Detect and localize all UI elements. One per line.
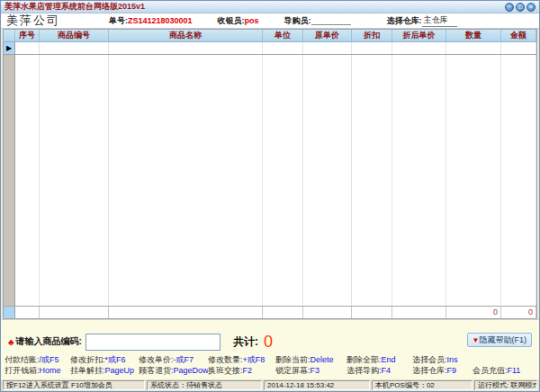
shortcut-hold-order[interactable]: 挂单解挂:PageUp (70, 365, 139, 376)
app-window: 美萍水果店管理系统前台网络版2015v1 − □ × 美萍公司 单号: ZS14… (0, 0, 540, 392)
close-icon[interactable]: × (526, 3, 536, 12)
shortcut-member-recharge[interactable]: 会员充值:F11 (472, 365, 540, 376)
barcode-prompt: 请输入商品编码: (16, 335, 82, 348)
header-selector-spacer (4, 30, 15, 41)
status-settings-hint: 按F12进入系统设置 F10增加会员 (3, 380, 145, 390)
grand-total-label: 共计: (233, 334, 258, 350)
column-header-discount: 折扣 (352, 30, 392, 41)
company-name: 美萍公司 (6, 13, 60, 29)
shortcut-empty-slot (472, 354, 540, 365)
shortcut-edit-discount[interactable]: 修改折扣:*或F6 (70, 354, 139, 365)
row-selector-gutter (4, 55, 15, 306)
hide-help-button[interactable]: ▼隐藏帮助(F1) (467, 333, 532, 347)
column-header-unit: 单位 (263, 30, 303, 41)
grid-totals-row: 0 0 (4, 306, 536, 318)
shortcut-select-warehouse[interactable]: 选择仓库:F9 (412, 365, 472, 376)
guide-value-field[interactable] (311, 16, 351, 25)
status-run-mode: 运行模式: 联网模式 (474, 380, 537, 390)
guide-label: 导购员: (284, 15, 311, 27)
column-header-discounted-price: 折后单价 (392, 30, 446, 41)
status-system-state: 系统状态：待销售状态 (147, 380, 262, 390)
row-indicator-icon: ▶ (4, 42, 15, 54)
cashier-label: 收银员: (218, 15, 245, 27)
entry-row: ♣ 请输入商品编码: 共计: 0 (1, 331, 539, 352)
shortcut-edit-quantity[interactable]: 修改数量:+或F8 (208, 354, 275, 365)
warehouse-label: 选择仓库: (387, 15, 422, 27)
column-header-quantity: 数量 (446, 30, 501, 41)
table-row[interactable]: ▶ (4, 42, 536, 55)
warehouse-value[interactable]: 主仓库 (422, 14, 457, 27)
product-code-input[interactable] (86, 334, 220, 351)
totals-quantity: 0 (446, 307, 501, 318)
totals-selector-cell (4, 307, 15, 318)
minimize-icon[interactable]: − (505, 3, 514, 12)
triangle-down-icon: ▼ (472, 336, 480, 344)
grid-header-row: 序号 商品编号 商品名称 单位 原单价 折扣 折后单价 数量 金额 (4, 30, 536, 42)
shortcut-customer-return[interactable]: 顾客退货:PageDown (139, 365, 208, 376)
shortcut-open-drawer[interactable]: 打开钱箱:Home (4, 365, 70, 376)
status-bar: 按F12进入系统设置 F10增加会员 系统状态：待销售状态 2014-12-18… (1, 379, 539, 391)
info-bar: 美萍公司 单号: ZS141218030001 收银员: pos 导购员: 选择… (1, 13, 539, 29)
status-datetime: 2014-12-18 15:53:42 (264, 380, 370, 390)
order-number-value: ZS141218030001 (128, 16, 193, 25)
column-header-product-code: 商品编号 (40, 30, 109, 41)
grid-empty-area (4, 55, 536, 306)
window-title: 美萍水果店管理系统前台网络版2015v1 (4, 1, 145, 13)
window-controls: − □ × (505, 3, 536, 12)
shortcut-edit-price[interactable]: 修改单价:-或F7 (139, 354, 208, 365)
entry-panel: ♣ 请输入商品编码: 共计: 0 ▼隐藏帮助(F1) 付款结账:/或F5 修改折… (1, 319, 539, 379)
shortcut-select-member[interactable]: 选择会员:Ins (412, 354, 472, 365)
column-header-product-name: 商品名称 (109, 30, 263, 41)
hide-help-label: 隐藏帮助(F1) (480, 335, 527, 344)
shortcut-pay[interactable]: 付款结账:/或F5 (4, 354, 70, 365)
shortcut-row-2: 打开钱箱:Home 挂单解挂:PageUp 顾客退货:PageDown 换班交接… (4, 365, 539, 376)
shortcut-delete-current[interactable]: 删除当前:Delete (275, 354, 346, 365)
totals-amount: 0 (501, 307, 536, 318)
shortcut-lock-screen[interactable]: 锁定屏幕:F3 (275, 365, 346, 376)
column-header-amount: 金额 (501, 30, 536, 41)
column-header-original-price: 原单价 (303, 30, 352, 41)
sales-grid: 序号 商品编号 商品名称 单位 原单价 折扣 折后单价 数量 金额 ▶ (3, 29, 537, 319)
club-marker-icon: ♣ (8, 337, 14, 347)
shortcut-select-guide[interactable]: 选择导购:F4 (346, 365, 412, 376)
cashier-value: pos (245, 16, 259, 25)
order-number-label: 单号: (109, 15, 128, 27)
grand-total-value: 0 (264, 334, 273, 350)
shortcut-help: 付款结账:/或F5 修改折扣:*或F6 修改单价:-或F7 修改数量:+或F8 … (1, 354, 539, 376)
status-pos-number: 本机POS编号：02 (372, 380, 472, 390)
column-header-index: 序号 (15, 30, 40, 41)
restore-icon[interactable]: □ (516, 3, 525, 12)
shortcut-row-1: 付款结账:/或F5 修改折扣:*或F6 修改单价:-或F7 修改数量:+或F8 … (4, 354, 539, 365)
title-bar: 美萍水果店管理系统前台网络版2015v1 − □ × (1, 1, 539, 13)
shortcut-shift-handover[interactable]: 换班交接:F2 (208, 365, 275, 376)
shortcut-delete-all[interactable]: 删除全部:End (346, 354, 412, 365)
